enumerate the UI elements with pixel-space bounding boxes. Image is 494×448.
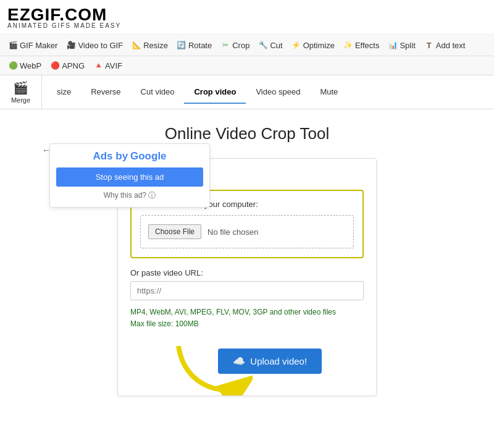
apng-icon: 🔴 (50, 61, 60, 70)
toolbar-item-effects[interactable]: ✨ Effects (340, 38, 383, 52)
tab-crop-video[interactable]: Crop video (184, 81, 246, 104)
tab-mute[interactable]: Mute (310, 81, 348, 104)
toolbar-item-apng-label: APNG (62, 61, 85, 70)
toolbar-item-rotate[interactable]: 🔄 Rotate (174, 38, 215, 52)
toolbar-item-video-to-gif-label: Video to GIF (78, 41, 123, 50)
toolbar-item-apng[interactable]: 🔴 APNG (47, 59, 88, 72)
toolbar-item-gif-maker-label: GIF Maker (20, 41, 57, 50)
toolbar-item-split-label: Split (400, 41, 415, 50)
toolbar-item-resize-label: Resize (143, 41, 168, 50)
google-label: Google (130, 150, 167, 162)
toolbar-item-avif[interactable]: 🔺 AVIF (90, 59, 125, 72)
tabs-row: 🎬 Merge size Reverse Cut video Crop vide… (0, 75, 494, 109)
toolbar-item-webp-label: WebP (20, 61, 41, 70)
toolbar-item-split[interactable]: 📊 Split (385, 38, 418, 52)
resize-icon: 📐 (132, 40, 141, 50)
toolbar-item-cut[interactable]: 🔧 Cut (255, 38, 285, 52)
webp-icon: 🟢 (8, 61, 18, 70)
toolbar-item-add-text-label: Add text (436, 41, 466, 50)
header: EZGIF.COM ANIMATED GIFS MADE EASY (0, 0, 494, 35)
toolbar-item-video-to-gif[interactable]: 🎥 Video to GIF (63, 38, 126, 52)
no-file-text: No file chosen (207, 227, 258, 237)
secondary-toolbar: 🟢 WebP 🔴 APNG 🔺 AVIF (0, 56, 494, 75)
toolbar-item-optimize[interactable]: ⚡ Optimize (288, 38, 338, 52)
tab-reverse[interactable]: Reverse (81, 81, 130, 104)
toolbar-item-gif-maker[interactable]: 🎬 GIF Maker (5, 38, 61, 52)
site-tagline: ANIMATED GIFS MADE EASY (7, 22, 487, 29)
toolbar-item-effects-label: Effects (355, 41, 380, 50)
url-input[interactable] (130, 281, 364, 300)
ad-popup: Ads by Google Stop seeing this ad Why th… (49, 143, 210, 208)
cut-icon: 🔧 (258, 40, 268, 50)
toolbar-item-rotate-label: Rotate (188, 41, 212, 50)
info-text: MP4, WebM, AVI, MPEG, FLV, MOV, 3GP and … (130, 306, 364, 330)
upload-button-label: Upload video! (250, 356, 307, 366)
info-line2: Max file size: 100MB (130, 318, 364, 330)
merge-sidebar[interactable]: 🎬 Merge (0, 75, 42, 109)
rotate-icon: 🔄 (177, 40, 186, 50)
toolbar-item-cut-label: Cut (270, 41, 282, 50)
tab-video-speed[interactable]: Video speed (246, 81, 310, 104)
file-drop-area: Choose File No file chosen (140, 215, 354, 248)
optimize-icon: ⚡ (291, 40, 301, 50)
merge-icon: 🎬 (13, 80, 28, 95)
tab-cut-video[interactable]: Cut video (131, 81, 185, 104)
main-toolbar: 🎬 GIF Maker 🎥 Video to GIF 📐 Resize 🔄 Ro… (0, 35, 494, 56)
toolbar-item-avif-label: AVIF (105, 61, 122, 70)
toolbar-item-webp[interactable]: 🟢 WebP (5, 59, 44, 72)
video-to-gif-icon: 🎥 (66, 40, 76, 50)
effects-icon: ✨ (343, 40, 353, 50)
add-text-icon: T (424, 40, 434, 50)
choose-file-button[interactable]: Choose File (148, 224, 201, 239)
merge-label: Merge (11, 96, 30, 104)
info-line1: MP4, WebM, AVI, MPEG, FLV, MOV, 3GP and … (130, 306, 364, 318)
page-title: Online Video Crop Tool (49, 124, 445, 143)
tab-size[interactable]: size (47, 81, 81, 104)
why-ad-link[interactable]: Why this ad? ⓘ (56, 190, 203, 201)
toolbar-item-optimize-label: Optimize (303, 41, 335, 50)
video-tabs: size Reverse Cut video Crop video Video … (42, 81, 353, 104)
upload-btn-container: ☁️ Upload video! (130, 340, 364, 383)
avif-icon: 🔺 (93, 61, 103, 70)
crop-icon: ✂ (220, 40, 230, 50)
split-icon: 📊 (388, 40, 398, 50)
yellow-arrow (172, 340, 253, 395)
ad-by-google-label: Ads by Google (56, 150, 203, 163)
arrow-area: ☁️ Upload video! (130, 340, 364, 383)
toolbar-item-crop-label: Crop (232, 41, 249, 50)
toolbar-item-crop[interactable]: ✂ Crop (217, 38, 253, 52)
toolbar-item-add-text[interactable]: T Add text (421, 38, 469, 52)
toolbar-item-resize[interactable]: 📐 Resize (128, 38, 171, 52)
url-label: Or paste video URL: (130, 268, 364, 277)
gif-maker-icon: 🎬 (8, 40, 18, 50)
stop-ad-button[interactable]: Stop seeing this ad (56, 167, 203, 187)
